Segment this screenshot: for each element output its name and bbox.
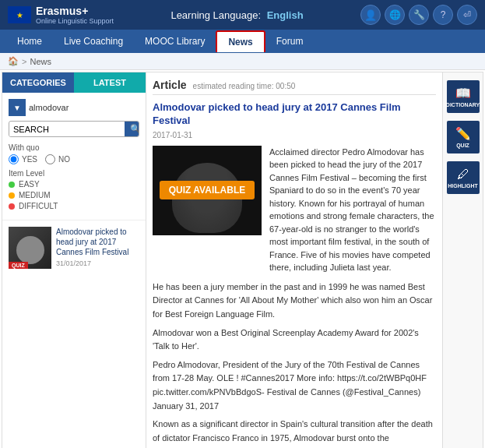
dot-medium-icon (9, 192, 15, 199)
quiz-badge-sidebar: QUIZ (9, 262, 28, 269)
radio-no-label: NO (58, 155, 70, 164)
article-headline: Almodovar picked to head jury at 2017 Ca… (153, 101, 436, 128)
nav-mooc-library[interactable]: MOOC Library (134, 30, 216, 53)
brand: Erasmus+ Online Linguistic Support (36, 5, 114, 25)
sidebar-article-thumb[interactable]: QUIZ Almodovar picked to head jury at 20… (2, 220, 146, 275)
nav-bar: Home Live Coaching MOOC Library News For… (0, 30, 485, 53)
learning-label: Learning Language: (170, 9, 261, 21)
nav-forum[interactable]: Forum (265, 30, 315, 53)
article-date: 2017-01-31 (153, 131, 436, 139)
search-button[interactable]: 🔍 (125, 122, 139, 136)
filter-label: almodovar (29, 103, 69, 112)
article-panel: Article estimated reading time: 00:50 Al… (146, 72, 442, 448)
article-header: Article estimated reading time: 00:50 (153, 79, 436, 95)
nav-news[interactable]: News (216, 30, 265, 52)
brand-sub: Online Linguistic Support (36, 17, 114, 25)
difficulty-easy-row: EASY (9, 180, 139, 189)
thumb-content: Almodovar picked to head jury at 2017 Ca… (56, 227, 139, 267)
tab-categories[interactable]: CATEGORIES (2, 72, 74, 93)
highlight-tool[interactable]: 🖊 HIGHLIGHT (447, 161, 480, 194)
thumb-date: 31/01/2017 (56, 259, 139, 267)
article-intro: Acclaimed director Pedro Almodovar has b… (269, 146, 436, 274)
sidebar-tabs: CATEGORIES LATEST (2, 72, 146, 93)
filter-icon: ▼ (9, 99, 26, 116)
search-input[interactable] (9, 122, 125, 136)
tab-latest[interactable]: LATEST (74, 72, 146, 93)
difficult-label: DIFFICULT (19, 202, 58, 210)
article-image: QUIZ AVAILABLE (153, 146, 262, 235)
wrench-icon[interactable]: 🔧 (409, 5, 429, 25)
highlight-label: HIGHLIGHT (448, 183, 478, 189)
profile-icon[interactable]: 👤 (360, 5, 381, 25)
header: ★ Erasmus+ Online Linguistic Support Lea… (0, 0, 485, 30)
article-body-top: QUIZ AVAILABLE Acclaimed director Pedro … (153, 146, 436, 274)
quiz-tool[interactable]: ✏️ QUIZ (447, 121, 480, 153)
quiz-overlay: QUIZ AVAILABLE (153, 146, 262, 235)
sidebar: CATEGORIES LATEST ▼ almodovar 🔍 With quo… (2, 72, 146, 448)
radio-yes-label: YES (22, 155, 37, 164)
dot-difficult-icon (9, 203, 15, 210)
quiz-label: QUIZ (456, 143, 469, 148)
item-level-section: Item Level EASY MEDIUM DIFFICULT (9, 169, 139, 210)
logo-area: ★ Erasmus+ Online Linguistic Support (8, 5, 114, 25)
dictionary-icon: 📖 (455, 86, 471, 101)
breadcrumb-current: News (30, 57, 51, 66)
filter-row: ▼ almodovar (9, 99, 139, 116)
tools-panel: 📖 DICTIONARY ✏️ QUIZ 🖊 HIGHLIGHT (442, 72, 483, 448)
header-icons: 👤 🌐 🔧 ? ⏎ (360, 5, 477, 25)
nav-live-coaching[interactable]: Live Coaching (53, 30, 134, 53)
dot-easy-icon (9, 182, 15, 188)
with-quote-label: With quo (9, 143, 139, 152)
help-icon[interactable]: ? (433, 5, 453, 25)
highlight-icon: 🖊 (457, 168, 469, 182)
breadcrumb: 🏠 > News (0, 53, 485, 70)
sidebar-filter: ▼ almodovar 🔍 With quo YES NO Item Level (2, 93, 146, 220)
quiz-available-box[interactable]: QUIZ AVAILABLE (160, 181, 255, 199)
article-body: He has been a jury member in the past an… (153, 280, 436, 448)
with-quote-section: With quo YES NO (9, 143, 139, 164)
thumb-title: Almodovar picked to head jury at 2017 Ca… (56, 227, 139, 257)
logout-icon[interactable]: ⏎ (457, 5, 477, 25)
quiz-icon: ✏️ (455, 126, 471, 141)
radio-yes-row: YES NO (9, 154, 139, 164)
radio-no[interactable] (45, 154, 55, 164)
brand-name: Erasmus+ (36, 5, 114, 17)
dictionary-tool[interactable]: 📖 DICTIONARY (447, 80, 480, 113)
eu-flag-icon: ★ (8, 6, 31, 23)
breadcrumb-home-icon[interactable]: 🏠 (8, 56, 19, 66)
thumb-person-silhouette (16, 236, 44, 264)
main-content: CATEGORIES LATEST ▼ almodovar 🔍 With quo… (2, 72, 483, 448)
medium-label: MEDIUM (19, 191, 51, 199)
breadcrumb-separator: > (22, 57, 26, 66)
article-section-label: Article (153, 79, 187, 91)
learning-lang: English (267, 9, 304, 21)
easy-label: EASY (19, 180, 40, 189)
difficulty-medium-row: MEDIUM (9, 191, 139, 199)
dictionary-label: DICTIONARY (446, 102, 480, 108)
search-box: 🔍 (9, 121, 139, 137)
nav-home[interactable]: Home (6, 30, 53, 53)
difficulty-difficult-row: DIFFICULT (9, 202, 139, 210)
item-level-label: Item Level (9, 169, 139, 178)
learning-language: Learning Language: English (170, 9, 303, 21)
thumb-image: QUIZ (9, 227, 51, 269)
article-reading-time: estimated reading time: 00:50 (193, 82, 296, 90)
radio-yes[interactable] (9, 154, 19, 164)
globe-icon[interactable]: 🌐 (385, 5, 405, 25)
